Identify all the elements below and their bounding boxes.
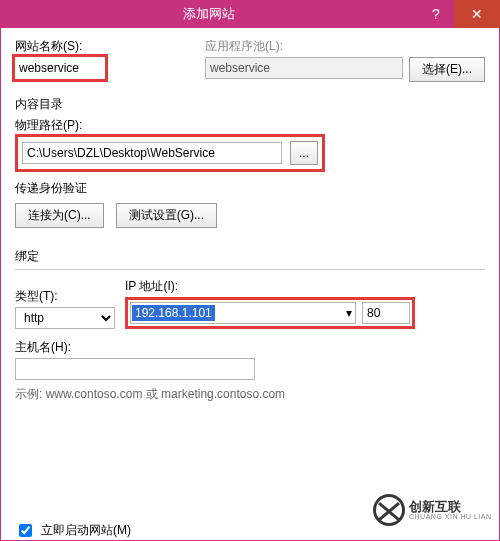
host-label: 主机名(H): <box>15 339 255 356</box>
ip-input[interactable]: 192.168.1.101 <box>132 305 215 321</box>
browse-path-button[interactable]: ... <box>290 141 318 165</box>
chevron-down-icon[interactable]: ▾ <box>346 306 352 320</box>
help-button[interactable]: ? <box>418 6 454 22</box>
dialog-body: 网站名称(S): 应用程序池(L): 选择(E)... 内容目录 物理路径(P)… <box>0 28 500 541</box>
close-button[interactable]: ✕ <box>454 0 500 28</box>
select-app-pool-button[interactable]: 选择(E)... <box>409 57 485 82</box>
path-input[interactable] <box>22 142 282 164</box>
connect-as-button[interactable]: 连接为(C)... <box>15 203 104 228</box>
watermark: 创新互联 CHUANG XIN HU LIAN <box>373 486 493 534</box>
path-label: 物理路径(P): <box>15 118 82 132</box>
auth-title: 传递身份验证 <box>15 180 485 197</box>
titlebar: 添加网站 ? ✕ <box>0 0 500 28</box>
host-input[interactable] <box>15 358 255 380</box>
type-label: 类型(T): <box>15 288 115 305</box>
port-input[interactable] <box>362 302 410 324</box>
dialog-title: 添加网站 <box>0 5 418 23</box>
app-pool-label: 应用程序池(L): <box>205 38 485 55</box>
start-now-checkbox[interactable] <box>19 524 32 537</box>
binding-title: 绑定 <box>15 248 485 265</box>
watermark-text: 创新互联 <box>409 500 492 513</box>
type-select[interactable]: http <box>15 307 115 329</box>
binding-example: 示例: www.contoso.com 或 marketing.contoso.… <box>15 386 485 403</box>
test-settings-button[interactable]: 测试设置(G)... <box>116 203 217 228</box>
app-pool-input <box>205 57 403 79</box>
content-dir-title: 内容目录 <box>15 96 485 113</box>
watermark-sub: CHUANG XIN HU LIAN <box>409 513 492 520</box>
ip-label: IP 地址(I): <box>125 278 415 295</box>
site-name-label: 网站名称(S): <box>15 38 195 55</box>
start-now-label: 立即启动网站(M) <box>41 522 131 539</box>
watermark-logo-icon <box>373 494 405 526</box>
site-name-input[interactable] <box>15 57 99 79</box>
